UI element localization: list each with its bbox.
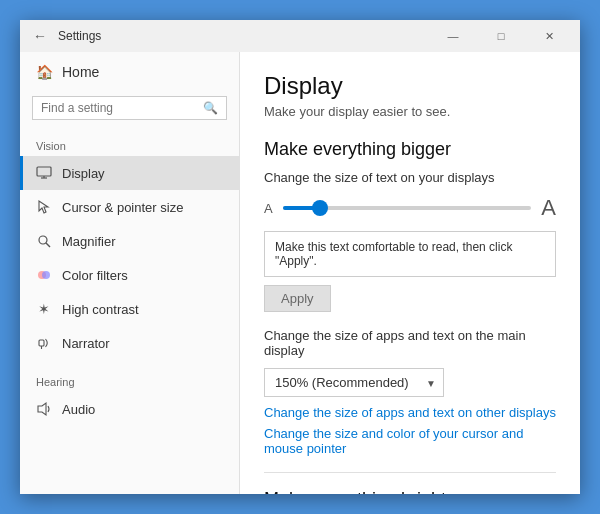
svg-marker-9 xyxy=(38,403,46,415)
apps-dropdown[interactable]: 100% 125% 150% (Recommended) 175% 200% xyxy=(264,368,444,397)
text-size-slider[interactable] xyxy=(283,198,532,218)
display-icon xyxy=(36,165,52,181)
sidebar-item-narrator[interactable]: Narrator xyxy=(20,326,239,360)
audio-icon xyxy=(36,401,52,417)
page-subtitle: Make your display easier to see. xyxy=(264,104,556,119)
slider-thumb[interactable] xyxy=(312,200,328,216)
section-brighter-title: Make everything brighter xyxy=(264,489,556,494)
magnifier-label: Magnifier xyxy=(62,234,115,249)
apply-button[interactable]: Apply xyxy=(264,285,331,312)
text-preview-box: Make this text comfortable to read, then… xyxy=(264,231,556,277)
svg-point-6 xyxy=(42,271,50,279)
link-other-displays[interactable]: Change the size of apps and text on othe… xyxy=(264,405,556,420)
page-title: Display xyxy=(264,72,556,100)
text-size-small-a: A xyxy=(264,201,273,216)
high-contrast-icon: ✶ xyxy=(36,301,52,317)
sidebar-item-cursor[interactable]: Cursor & pointer size xyxy=(20,190,239,224)
maximize-button[interactable]: □ xyxy=(478,20,524,52)
high-contrast-label: High contrast xyxy=(62,302,139,317)
apps-dropdown-wrapper[interactable]: 100% 125% 150% (Recommended) 175% 200% ▼ xyxy=(264,368,444,397)
svg-rect-7 xyxy=(39,340,44,346)
cursor-icon xyxy=(36,199,52,215)
sidebar-home-label: Home xyxy=(62,64,99,80)
sidebar-item-display[interactable]: Display xyxy=(20,156,239,190)
color-filters-label: Color filters xyxy=(62,268,128,283)
sidebar: 🏠 Home 🔍 Vision Display xyxy=(20,52,240,494)
section-bigger-title: Make everything bigger xyxy=(264,139,556,160)
sidebar-item-high-contrast[interactable]: ✶ High contrast xyxy=(20,292,239,326)
sidebar-item-audio[interactable]: Audio xyxy=(20,392,239,426)
section-divider xyxy=(264,472,556,473)
home-icon: 🏠 xyxy=(36,64,52,80)
back-button[interactable]: ← xyxy=(28,24,52,48)
window-controls: — □ ✕ xyxy=(430,20,572,52)
sidebar-search-box[interactable]: 🔍 xyxy=(32,96,227,120)
color-filters-icon xyxy=(36,267,52,283)
close-button[interactable]: ✕ xyxy=(526,20,572,52)
text-size-label: Change the size of text on your displays xyxy=(264,170,556,185)
content-area: 🏠 Home 🔍 Vision Display xyxy=(20,52,580,494)
title-bar: ← Settings — □ ✕ xyxy=(20,20,580,52)
main-content: Display Make your display easier to see.… xyxy=(240,52,580,494)
narrator-label: Narrator xyxy=(62,336,110,351)
slider-track xyxy=(283,206,532,210)
text-size-large-a: A xyxy=(541,195,556,221)
apps-text-label: Change the size of apps and text on the … xyxy=(264,328,556,358)
magnifier-icon xyxy=(36,233,52,249)
minimize-button[interactable]: — xyxy=(430,20,476,52)
audio-label: Audio xyxy=(62,402,95,417)
cursor-label: Cursor & pointer size xyxy=(62,200,183,215)
link-cursor[interactable]: Change the size and color of your cursor… xyxy=(264,426,556,456)
preview-text: Make this text comfortable to read, then… xyxy=(275,240,512,268)
search-input[interactable] xyxy=(41,101,203,115)
narrator-icon xyxy=(36,335,52,351)
apps-dropdown-row: 100% 125% 150% (Recommended) 175% 200% ▼ xyxy=(264,368,556,397)
sidebar-item-home[interactable]: 🏠 Home xyxy=(20,52,239,92)
svg-rect-0 xyxy=(37,167,51,176)
sidebar-item-color-filters[interactable]: Color filters xyxy=(20,258,239,292)
svg-point-3 xyxy=(39,236,47,244)
display-label: Display xyxy=(62,166,105,181)
settings-window: ← Settings — □ ✕ 🏠 Home 🔍 Vision xyxy=(20,20,580,494)
vision-section-title: Vision xyxy=(20,132,239,156)
svg-line-4 xyxy=(46,243,50,247)
window-title: Settings xyxy=(58,29,430,43)
text-size-slider-row: A A xyxy=(264,195,556,221)
hearing-section-title: Hearing xyxy=(20,368,239,392)
search-icon: 🔍 xyxy=(203,101,218,115)
sidebar-item-magnifier[interactable]: Magnifier xyxy=(20,224,239,258)
